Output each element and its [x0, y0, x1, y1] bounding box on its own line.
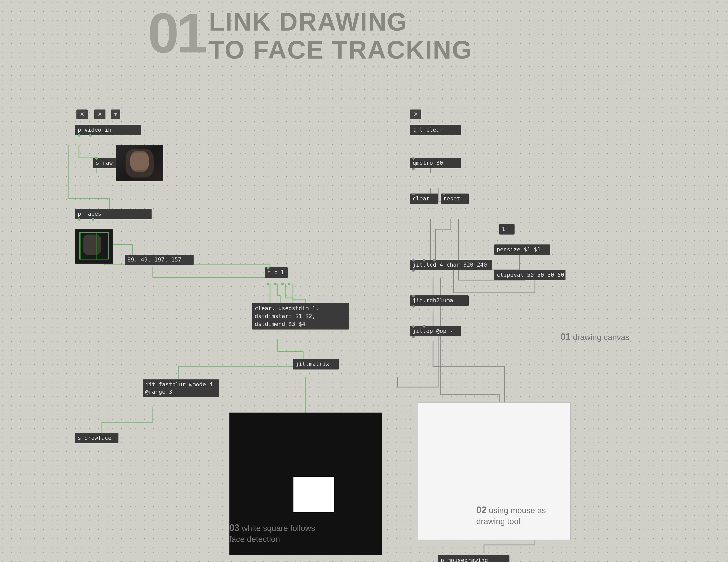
node-jit-fastblur: jit.fastblur @mode 4 @range 3	[143, 379, 219, 397]
port-tbl-out2	[274, 282, 277, 285]
port-jit-op-in1	[412, 325, 415, 328]
node-jit-rgb2luma: jit.rgb2luma	[410, 295, 469, 306]
annotation-03: 03 white square followsface detection	[229, 522, 315, 544]
port-jit-op-out	[412, 335, 415, 338]
node-s-drawface: s drawface	[75, 433, 118, 443]
node-clear-msg: clear, usedstdim 1, dstdimstart $1 $2, d…	[252, 303, 349, 329]
port-reset-in	[443, 193, 445, 195]
title-number: 01	[148, 5, 205, 61]
close-x-3[interactable]: ▼	[111, 110, 120, 119]
node-jit-op: jit.op @op -	[410, 326, 461, 336]
port-jit-lcd-in3	[433, 259, 436, 262]
title-text: LINK DRAWING TO FACE TRACKING	[209, 8, 473, 64]
port-p-faces-out2	[92, 218, 94, 221]
node-jit-lcd: jit.lcd 4 char 320 240	[410, 260, 492, 270]
port-jit-lcd-in2	[423, 259, 425, 262]
close-x-2[interactable]: ✕	[94, 110, 105, 119]
node-clear: clear	[410, 194, 438, 204]
node-num-1: 1	[499, 224, 515, 235]
node-jit-matrix: jit.matrix	[293, 359, 339, 369]
port-qmetro-out	[412, 168, 415, 170]
node-pensize: pensize $1 $1	[494, 245, 550, 255]
annotation-01: 01 drawing canvas	[560, 331, 629, 343]
node-clipoval: clipoval 50 50 50 50	[494, 270, 565, 281]
node-t-clear: t l clear	[410, 125, 461, 135]
node-p-mousedrawing: p mousedrawing	[438, 555, 509, 562]
port-jit-rgb2luma-out	[412, 305, 415, 307]
node-video-in: p video_in	[75, 125, 141, 135]
port-clear-in	[412, 193, 415, 195]
face-detect-preview	[75, 229, 113, 264]
port-qmetro-in	[412, 157, 415, 160]
port-p-faces-out	[78, 218, 80, 221]
node-reset: reset	[441, 194, 469, 204]
port-jit-lcd-out	[412, 270, 415, 272]
port-s-raw-in	[95, 157, 98, 160]
port-jit-op-in2	[423, 325, 425, 328]
close-x-1[interactable]: ✕	[76, 110, 88, 119]
port-tbl-in	[267, 267, 269, 269]
node-coords: 89. 49. 197. 157.	[125, 255, 194, 265]
close-x-right[interactable]: ✕	[410, 110, 421, 119]
annotation-02: 02 using mouse asdrawing tool	[476, 504, 546, 527]
port-tbl-out3	[281, 282, 284, 285]
port-tbl-out4	[288, 282, 290, 285]
port-video-in-out2	[89, 134, 92, 137]
node-qmetro: qmetro 30	[410, 158, 461, 168]
port-tbl-out1	[267, 282, 269, 285]
port-video-in-out	[78, 134, 80, 137]
video-preview	[116, 145, 163, 181]
node-p-faces: p faces	[75, 209, 152, 219]
port-jit-rgb2luma-in	[412, 294, 415, 297]
port-jit-lcd-in1	[412, 259, 415, 262]
